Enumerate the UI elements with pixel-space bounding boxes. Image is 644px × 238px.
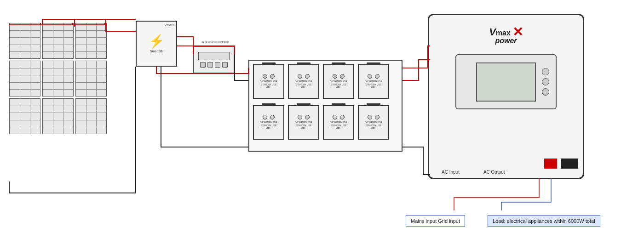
- solar-panels-group: [9, 23, 107, 134]
- battery-label-1: DESIGNED FORSTANDBY USEGEL: [259, 80, 278, 89]
- terminal-neg-2: [305, 74, 310, 79]
- terminal-pos-6: [298, 115, 302, 119]
- solar-charge-controller: [193, 46, 235, 74]
- battery-label-8: DESIGNED FORSTANDBY USEGEL: [364, 121, 383, 130]
- solar-panel-3-2: [75, 61, 107, 96]
- terminal-neg-3: [340, 74, 345, 79]
- battery-label-7: DESIGNED FORSTANDBY USEGEL: [329, 121, 348, 130]
- charge-controller: Vmaxs ⚡ SmartBB: [136, 21, 177, 67]
- terminal-neg-4: [375, 74, 380, 79]
- battery-top-5: [262, 103, 276, 106]
- inverter-connectors: [544, 159, 578, 169]
- battery-row-1: DESIGNED FORSTANDBY USEGEL DESIGNED FORS…: [249, 61, 402, 99]
- solar-panel-2-2: [42, 61, 74, 96]
- solar-panel-2-1: [42, 23, 74, 59]
- mains-grid-input-text: Mains input Grid input: [411, 218, 460, 224]
- solar-panel-1-3: [9, 98, 40, 134]
- panel-column-1: [9, 23, 40, 134]
- scc-display: [198, 52, 230, 60]
- battery-terminals-7: [333, 115, 345, 119]
- terminal-neg-6: [305, 115, 310, 119]
- battery-top-2: [297, 62, 310, 65]
- inverter-btn-3: [542, 88, 549, 96]
- cc-label: SmartBB: [150, 50, 163, 53]
- connector-black: [561, 159, 578, 169]
- battery-2: DESIGNED FORSTANDBY USEGEL: [288, 64, 319, 99]
- battery-label-4: DESIGNED FORSTANDBY USEGEL: [364, 80, 383, 89]
- solar-panel-3-3: [75, 98, 107, 134]
- scc-port-2: [207, 62, 213, 68]
- inverter-unit: Vmax ✕ power: [428, 14, 584, 179]
- terminal-neg-8: [375, 115, 380, 119]
- ac-input-label: AC Input: [442, 170, 460, 175]
- terminal-pos-3: [333, 74, 337, 79]
- battery-7: DESIGNED FORSTANDBY USEGEL: [323, 105, 354, 140]
- terminal-pos-2: [298, 74, 302, 79]
- scc-port-1: [200, 62, 206, 68]
- battery-terminals-3: [333, 74, 345, 79]
- battery-top-3: [332, 62, 345, 65]
- terminal-pos-4: [368, 74, 372, 79]
- solar-panel-1-2: [9, 61, 40, 96]
- battery-label-3: DESIGNED FORSTANDBY USEGEL: [329, 80, 348, 89]
- brand-text-power: power: [495, 37, 517, 45]
- battery-1: DESIGNED FORSTANDBY USEGEL: [253, 64, 284, 99]
- scc-port-3: [215, 62, 220, 68]
- battery-label-5: DESIGNED FORSTANDBY USEGEL: [259, 121, 278, 130]
- battery-bank: DESIGNED FORSTANDBY USEGEL DESIGNED FORS…: [248, 60, 402, 152]
- terminal-pos-1: [263, 74, 267, 79]
- scc-port-4: [222, 62, 228, 68]
- inverter-screen: [476, 62, 536, 102]
- lightning-icon: ⚡: [149, 35, 165, 48]
- mains-grid-input-label: Mains input Grid input: [406, 215, 465, 227]
- battery-6: DESIGNED FORSTANDBY USEGEL: [288, 105, 319, 140]
- connector-red: [544, 159, 557, 169]
- solar-panel-3-1: [75, 23, 107, 59]
- battery-5: DESIGNED FORSTANDBY USEGEL: [253, 105, 284, 140]
- battery-label-2: DESIGNED FORSTANDBY USEGEL: [294, 80, 313, 89]
- battery-8: DESIGNED FORSTANDBY USEGEL: [358, 105, 389, 140]
- battery-terminals-1: [263, 74, 275, 79]
- battery-terminals-6: [298, 115, 310, 119]
- terminal-neg-1: [270, 74, 275, 79]
- battery-row-2: DESIGNED FORSTANDBY USEGEL DESIGNED FORS…: [249, 102, 402, 140]
- battery-terminals-4: [368, 74, 380, 79]
- scc-ports: [200, 62, 228, 68]
- battery-label-6: DESIGNED FORSTANDBY USEGEL: [294, 121, 313, 130]
- panel-column-3: [75, 23, 107, 134]
- ac-output-label: AC Output: [483, 170, 505, 175]
- diagram-container: Vmaxs ⚡ SmartBB solar charge controller …: [0, 0, 644, 238]
- terminal-neg-5: [270, 115, 275, 119]
- terminal-pos-5: [263, 115, 267, 119]
- inverter-buttons: [542, 68, 549, 96]
- panel-column-2: [42, 23, 74, 134]
- cc-brand-label: Vmaxs: [165, 23, 174, 27]
- inverter-display-panel: [455, 54, 557, 109]
- battery-terminals-5: [263, 115, 275, 119]
- load-label: Load: electrical appliances within 6000W…: [488, 215, 600, 227]
- load-text: Load: electrical appliances within 6000W…: [493, 218, 595, 224]
- battery-terminals-2: [298, 74, 310, 79]
- terminal-neg-7: [340, 115, 345, 119]
- terminal-pos-8: [368, 115, 372, 119]
- battery-4: DESIGNED FORSTANDBY USEGEL: [358, 64, 389, 99]
- battery-terminals-8: [368, 115, 380, 119]
- terminal-pos-7: [333, 115, 337, 119]
- inverter-btn-1: [542, 68, 549, 75]
- battery-top-6: [297, 103, 310, 106]
- battery-top-8: [367, 103, 380, 106]
- inverter-btn-2: [542, 78, 549, 85]
- battery-top-1: [262, 62, 276, 65]
- brand-text-vmax: Vmax: [489, 26, 511, 38]
- battery-3: DESIGNED FORSTANDBY USEGEL: [323, 64, 354, 99]
- battery-top-4: [367, 62, 380, 65]
- solar-panel-2-3: [42, 98, 74, 134]
- scc-label-text: solar charge controller: [188, 40, 243, 43]
- battery-top-7: [332, 103, 345, 106]
- ac-labels-row: AC Input AC Output: [442, 170, 505, 175]
- solar-panel-1-1: [9, 23, 40, 59]
